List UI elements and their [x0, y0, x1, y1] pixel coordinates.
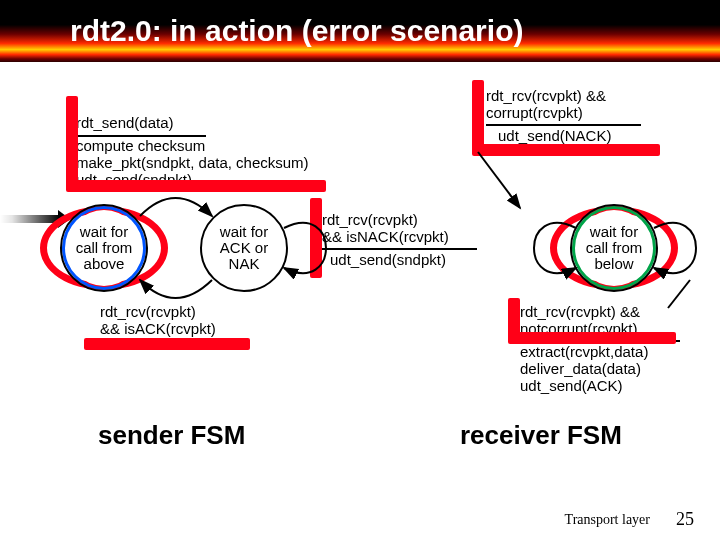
state-text: below: [586, 256, 643, 272]
highlight-sender-send: [66, 96, 78, 188]
initial-arrow-icon: [0, 215, 60, 223]
state-text: wait for: [76, 224, 133, 240]
state-text: ACK or: [220, 240, 268, 256]
receiver-corrupt-event-2: corrupt(rcvpkt): [486, 105, 583, 122]
highlight-sender-nack: [310, 198, 322, 278]
highlight-sender-ack: [84, 338, 250, 350]
sender-nack-event-1: rdt_rcv(rcvpkt): [322, 212, 418, 229]
highlight-sender-send-bottom: [66, 180, 326, 192]
state-text: call from: [586, 240, 643, 256]
footer-label: Transport layer: [565, 512, 650, 528]
sender-send-event: rdt_send(data): [76, 115, 174, 132]
highlight-receiver-corrupt-bottom: [472, 144, 660, 156]
state-wait-call-above: wait for call from above: [60, 204, 148, 292]
receiver-corrupt-action: udt_send(NACK): [498, 128, 611, 145]
sender-ack-event-1: rdt_rcv(rcvpkt): [100, 304, 196, 321]
title-bar: rdt2.0: in action (error scenario): [0, 0, 720, 62]
sender-fsm-label: sender FSM: [98, 420, 245, 451]
rule-line: [322, 248, 477, 250]
receiver-ok-action-1: extract(rcvpkt,data): [520, 344, 648, 361]
highlight-receiver-corrupt: [472, 80, 484, 152]
slide-title: rdt2.0: in action (error scenario): [70, 14, 523, 48]
page-number: 25: [676, 509, 694, 530]
highlight-receiver-ok-line: [508, 332, 676, 344]
sender-nack-action: udt_send(sndpkt): [330, 252, 446, 269]
receiver-ok-action-2: deliver_data(data): [520, 361, 641, 378]
state-text: NAK: [220, 256, 268, 272]
state-wait-call-below: wait for call from below: [570, 204, 658, 292]
state-text: call from: [76, 240, 133, 256]
sender-action-1: compute checksum: [76, 138, 205, 155]
receiver-fsm-label: receiver FSM: [460, 420, 622, 451]
sender-nack-event-2: && isNACK(rcvpkt): [322, 229, 449, 246]
state-text: above: [76, 256, 133, 272]
rule-line: [486, 124, 641, 126]
state-wait-ack-nak: wait for ACK or NAK: [200, 204, 288, 292]
receiver-ok-action-3: udt_send(ACK): [520, 378, 623, 395]
diagram-stage: rdt_send(data) compute checksum make_pkt…: [40, 80, 700, 460]
sender-ack-event-2: && isACK(rcvpkt): [100, 321, 216, 338]
receiver-corrupt-event-1: rdt_rcv(rcvpkt) &&: [486, 88, 606, 105]
sender-action-2: make_pkt(sndpkt, data, checksum): [76, 155, 309, 172]
state-text: wait for: [586, 224, 643, 240]
state-text: wait for: [220, 224, 268, 240]
receiver-ok-event-1: rdt_rcv(rcvpkt) &&: [520, 304, 640, 321]
